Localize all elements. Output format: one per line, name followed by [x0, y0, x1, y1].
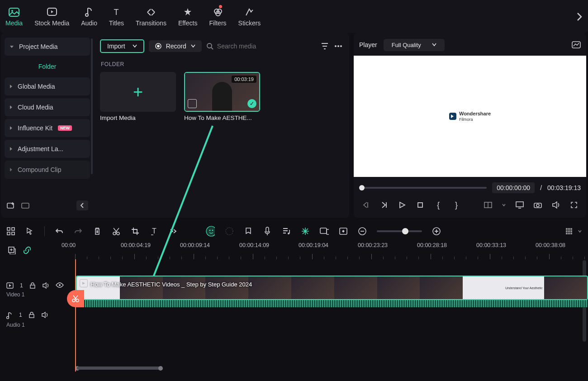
chevron-down-icon[interactable]	[502, 203, 506, 207]
filters-icon	[213, 7, 223, 18]
audio-track-1: 1 Audio 1	[0, 307, 588, 333]
svg-point-13	[157, 45, 160, 48]
split-handle-icon[interactable]	[67, 290, 84, 307]
svg-marker-59	[9, 284, 11, 287]
quality-dropdown[interactable]: Full Quality	[384, 39, 445, 51]
text-icon[interactable]: T	[150, 227, 159, 236]
add-track-icon[interactable]	[7, 246, 16, 255]
tab-stock-media[interactable]: Stock Media	[34, 7, 69, 27]
import-button[interactable]: Import	[100, 39, 144, 53]
fullscreen-icon[interactable]	[570, 201, 578, 209]
audio-track-head[interactable]: 1 Audio 1	[0, 307, 75, 333]
timeline-toolbar: T	[0, 221, 588, 241]
svg-text:T: T	[152, 227, 156, 235]
timeline-ruler[interactable]: 00:0000:00:04:1900:00:09:1400:00:14:0900…	[75, 241, 588, 259]
new-folder-icon[interactable]	[6, 201, 15, 210]
sidebar-compound-clip[interactable]: Compound Clip	[5, 161, 90, 179]
tab-media[interactable]: Media	[5, 7, 23, 27]
sidebar-cloud-media[interactable]: Cloud Media	[5, 98, 90, 116]
annotation-arrow	[136, 118, 226, 218]
marker-icon[interactable]	[244, 227, 253, 236]
crop-icon[interactable]	[131, 227, 140, 236]
tab-transitions[interactable]: Transitions	[136, 7, 166, 27]
tab-filters[interactable]: Filters	[209, 7, 226, 27]
redo-icon[interactable]	[74, 227, 83, 236]
search-input[interactable]	[206, 43, 289, 50]
lock-icon[interactable]	[29, 282, 36, 289]
sidebar-folder[interactable]: Folder	[5, 58, 90, 75]
svg-rect-50	[568, 230, 570, 232]
device-icon[interactable]	[320, 227, 329, 236]
volume-icon[interactable]	[552, 201, 560, 209]
stock-media-icon	[47, 7, 57, 18]
undo-icon[interactable]	[55, 227, 64, 236]
render-icon[interactable]	[301, 227, 310, 236]
media-sidebar: Project Media Folder Global Media Cloud …	[1, 33, 94, 218]
tabs-next-icon[interactable]	[576, 12, 583, 22]
tab-audio[interactable]: Audio	[81, 7, 97, 27]
sparkle-icon[interactable]	[225, 227, 234, 236]
zoom-slider[interactable]	[377, 230, 422, 232]
video-track-head[interactable]: 1 Video 1	[0, 273, 75, 307]
tab-stickers[interactable]: Stickers	[238, 7, 261, 27]
visibility-icon[interactable]	[56, 282, 64, 289]
timeline-hscrollbar[interactable]	[75, 367, 583, 370]
snapshot-icon[interactable]	[534, 201, 542, 209]
mark-in-icon[interactable]: {	[434, 201, 442, 209]
svg-point-63	[7, 317, 9, 319]
chevron-down-icon[interactable]	[578, 229, 582, 233]
lock-icon[interactable]	[28, 312, 35, 319]
svg-rect-11	[22, 203, 29, 208]
display-icon[interactable]	[516, 201, 524, 209]
import-media-card[interactable]: + Import Media	[100, 72, 176, 121]
zoom-in-icon[interactable]	[432, 227, 441, 236]
link-icon[interactable]	[23, 246, 32, 255]
folder-icon[interactable]	[21, 201, 30, 210]
cut-icon[interactable]	[112, 227, 121, 236]
ai-avatar-icon[interactable]	[206, 227, 215, 236]
svg-rect-54	[570, 233, 572, 234]
sidebar-global-media[interactable]: Global Media	[5, 77, 90, 95]
layout-icon[interactable]	[484, 201, 492, 209]
more-icon[interactable]	[334, 42, 343, 51]
mute-icon[interactable]	[41, 312, 48, 319]
media-icon	[9, 7, 19, 18]
sidebar-collapse-icon[interactable]	[76, 200, 88, 210]
music-list-icon[interactable]	[282, 227, 291, 236]
stop-icon[interactable]	[416, 201, 424, 209]
playhead[interactable]	[75, 259, 76, 371]
step-forward-icon[interactable]	[380, 201, 388, 209]
chart-icon[interactable]	[572, 40, 581, 49]
tab-effects[interactable]: Effects	[178, 7, 198, 27]
svg-rect-22	[418, 203, 422, 207]
record-button[interactable]: Record	[149, 40, 202, 52]
sidebar-scrollbar[interactable]	[91, 38, 93, 174]
more-tools-icon[interactable]	[169, 227, 178, 236]
wondershare-logo-icon	[449, 113, 456, 120]
apps-icon[interactable]	[6, 227, 15, 236]
sidebar-adjustment-layer[interactable]: Adjustment La...	[5, 140, 90, 158]
svg-point-14	[207, 43, 212, 48]
delete-icon[interactable]	[93, 227, 102, 236]
tab-titles[interactable]: T Titles	[109, 7, 124, 27]
preview-viewport[interactable]: WondershareFilmora	[354, 56, 586, 177]
duration-badge: 00:03:19	[232, 76, 256, 83]
media-clip-card[interactable]: 00:03:19 ✓ How To Make AESTHE...	[184, 72, 260, 121]
sidebar-influence-kit[interactable]: Influence KitNEW	[5, 119, 90, 137]
mute-icon[interactable]	[42, 282, 49, 289]
player-scrubber[interactable]	[359, 187, 487, 189]
svg-point-1	[11, 10, 13, 12]
media-panel: Project Media Folder Global Media Cloud …	[1, 33, 349, 218]
view-mode-icon[interactable]	[564, 227, 574, 236]
mic-icon[interactable]	[263, 227, 272, 236]
mark-out-icon[interactable]: }	[452, 201, 460, 209]
prev-frame-icon[interactable]	[362, 201, 370, 209]
video-clip[interactable]: How To Make AESTHETIC Videos _ Step by S…	[76, 276, 588, 300]
zoom-out-icon[interactable]	[358, 227, 367, 236]
video-type-icon	[188, 99, 197, 108]
keyframe-icon[interactable]	[339, 227, 348, 236]
cursor-icon[interactable]	[25, 227, 34, 236]
filter-icon[interactable]	[320, 42, 329, 51]
sidebar-project-media[interactable]: Project Media	[5, 38, 90, 56]
play-icon[interactable]	[398, 201, 406, 209]
